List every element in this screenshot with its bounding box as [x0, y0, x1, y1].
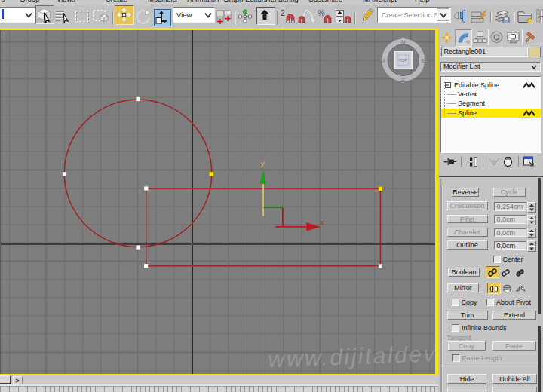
svg-text:TOP: TOP — [399, 58, 408, 63]
svg-text:E: E — [422, 57, 427, 64]
svg-text:x: x — [320, 219, 324, 226]
svg-text:N: N — [401, 38, 406, 45]
svg-text:www.dijitaldev: www.dijitaldev — [268, 341, 437, 372]
svg-text:%: % — [318, 8, 325, 17]
svg-text:y: y — [260, 160, 265, 167]
svg-text:S: S — [401, 77, 406, 84]
svg-text:W: W — [379, 57, 385, 64]
svg-text:2: 2 — [281, 9, 285, 17]
